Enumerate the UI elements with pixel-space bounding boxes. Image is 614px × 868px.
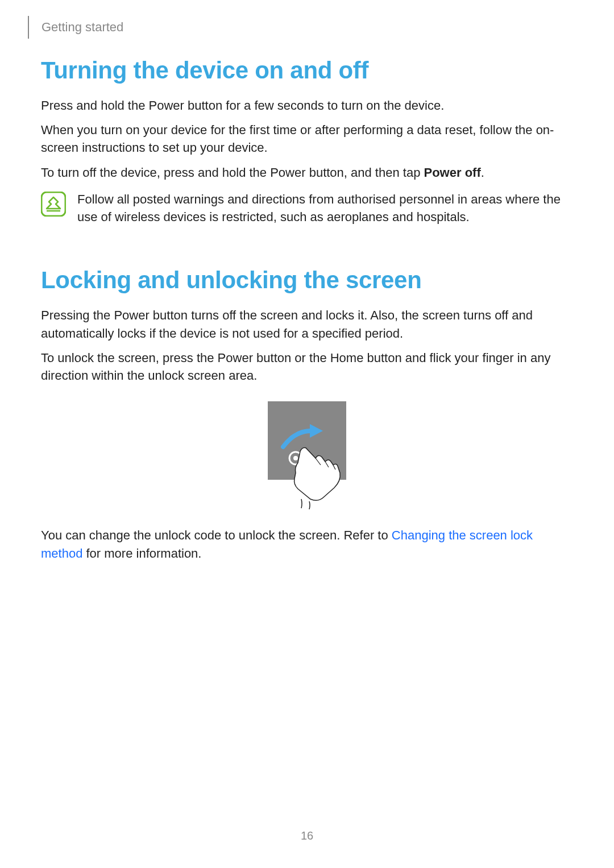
text-span: for more information. <box>82 546 201 560</box>
power-off-label: Power off <box>424 165 481 180</box>
body-paragraph: To turn off the device, press and hold t… <box>41 164 573 181</box>
body-paragraph: Press and hold the Power button for a fe… <box>41 97 573 114</box>
body-paragraph: Pressing the Power button turns off the … <box>41 306 573 342</box>
header-divider <box>28 16 29 39</box>
text-span: . <box>481 165 484 180</box>
svg-marker-2 <box>310 424 323 438</box>
text-span: You can change the unlock code to unlock… <box>41 528 392 542</box>
svg-rect-0 <box>42 192 65 216</box>
svg-point-4 <box>293 456 298 460</box>
body-paragraph: To unlock the screen, press the Power bu… <box>41 349 573 384</box>
note-text: Follow all posted warnings and direction… <box>77 190 573 226</box>
note-icon <box>41 192 66 217</box>
body-paragraph: When you turn on your device for the fir… <box>41 121 573 156</box>
breadcrumb: Getting started <box>42 20 123 35</box>
flick-gesture-illustration <box>262 401 352 509</box>
hand-flick-icon <box>262 413 352 509</box>
section-title-turning-on-off: Turning the device on and off <box>41 57 573 84</box>
illustration-container <box>41 401 573 509</box>
note-callout: Follow all posted warnings and direction… <box>41 190 573 226</box>
page-header: Getting started <box>28 16 123 39</box>
text-span: To turn off the device, press and hold t… <box>41 165 424 180</box>
page-number: 16 <box>0 829 614 842</box>
body-paragraph: You can change the unlock code to unlock… <box>41 526 573 562</box>
section-title-locking-screen: Locking and unlocking the screen <box>41 267 573 294</box>
